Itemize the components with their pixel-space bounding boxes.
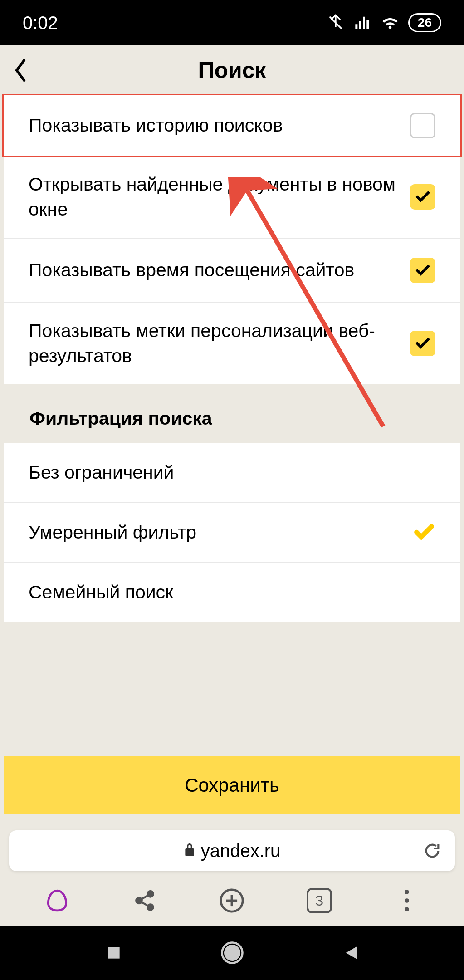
reload-button[interactable] — [423, 842, 441, 860]
filter-option-none[interactable]: Без ограничений — [4, 443, 460, 503]
svg-point-10 — [405, 907, 409, 911]
setting-label: Показывать время посещения сайтов — [29, 258, 410, 283]
save-button[interactable]: Сохранить — [4, 756, 460, 814]
radio-label: Умеренный фильтр — [29, 522, 196, 543]
svg-point-13 — [225, 946, 239, 960]
settings-list: Показывать историю поисков Открывать най… — [4, 95, 460, 384]
setting-label: Открывать найденные документы в новом ок… — [29, 172, 410, 222]
lock-icon — [184, 841, 195, 861]
back-nav-button[interactable] — [337, 939, 364, 966]
new-tab-icon[interactable] — [216, 885, 248, 916]
checkbox-checked[interactable] — [410, 258, 435, 283]
vibrate-icon — [327, 14, 345, 32]
setting-label: Показывать метки персонализации веб-резу… — [29, 318, 410, 369]
status-bar: 0:02 26 — [0, 0, 464, 45]
svg-line-3 — [142, 896, 148, 899]
setting-show-search-history[interactable]: Показывать историю поисков — [2, 94, 462, 157]
filter-option-moderate[interactable]: Умеренный фильтр — [4, 503, 460, 563]
system-nav — [0, 926, 464, 980]
page-title: Поиск — [0, 57, 464, 83]
wifi-icon — [381, 14, 399, 32]
status-time: 0:02 — [23, 13, 58, 33]
setting-personalization-marks[interactable]: Показывать метки персонализации веб-резу… — [4, 303, 460, 385]
svg-point-9 — [405, 898, 409, 903]
radio-unselected — [413, 461, 435, 484]
svg-point-1 — [136, 898, 142, 904]
status-icons: 26 — [327, 13, 441, 32]
svg-point-8 — [405, 890, 409, 894]
filter-options: Без ограничений Умеренный фильтр Семейны… — [4, 443, 460, 622]
recent-apps-button[interactable] — [100, 939, 127, 966]
radio-selected — [413, 521, 435, 544]
setting-label: Показывать историю поисков — [29, 113, 410, 138]
url-bar[interactable]: yandex.ru — [9, 830, 455, 871]
radio-unselected — [413, 581, 435, 603]
url-text: yandex.ru — [201, 841, 281, 861]
filter-option-family[interactable]: Семейный поиск — [4, 563, 460, 622]
battery-level: 26 — [408, 13, 441, 32]
menu-icon[interactable] — [391, 885, 423, 916]
signal-icon — [354, 14, 372, 32]
filter-section-title: Фильтрация поиска — [0, 384, 464, 443]
radio-label: Без ограничений — [29, 462, 174, 483]
svg-point-2 — [147, 904, 153, 910]
checkbox-checked[interactable] — [410, 331, 435, 356]
tab-count: 3 — [307, 888, 332, 913]
svg-line-4 — [142, 902, 148, 906]
checkbox-unchecked[interactable] — [410, 113, 435, 138]
setting-show-visit-time[interactable]: Показывать время посещения сайтов — [4, 239, 460, 303]
yandex-home-icon[interactable] — [41, 885, 73, 916]
radio-label: Семейный поиск — [29, 582, 173, 603]
checkbox-checked[interactable] — [410, 184, 435, 210]
home-button[interactable] — [219, 939, 246, 966]
svg-point-0 — [147, 891, 153, 897]
svg-rect-11 — [108, 947, 119, 958]
tabs-button[interactable]: 3 — [303, 885, 335, 916]
share-icon[interactable] — [129, 885, 161, 916]
back-button[interactable] — [0, 45, 41, 95]
url-bar-area: yandex.ru — [0, 823, 464, 876]
page-header: Поиск — [0, 45, 464, 95]
browser-nav: 3 — [0, 876, 464, 926]
setting-open-new-window[interactable]: Открывать найденные документы в новом ок… — [4, 156, 460, 239]
